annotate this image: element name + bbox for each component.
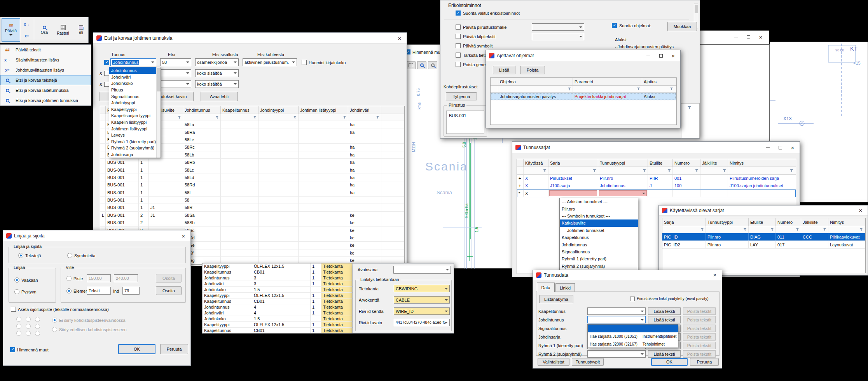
- filter-icon[interactable]: [667, 169, 671, 172]
- arvokentta-combo[interactable]: CABLE: [394, 296, 450, 304]
- himmenna-checkbox[interactable]: [10, 347, 15, 352]
- update-form-combo[interactable]: [532, 23, 584, 31]
- cell-kaapelitunnus[interactable]: [221, 166, 258, 173]
- teksteja-radio[interactable]: [18, 253, 23, 258]
- cell-johdintyyppi[interactable]: [258, 219, 299, 226]
- cell-johdintunnus[interactable]: 58Rc: [183, 144, 221, 151]
- cell-jalkiliite[interactable]: [700, 182, 728, 189]
- cell-kaapelitunnus[interactable]: [221, 249, 258, 256]
- wire-table-row[interactable]: BUS-001 1 58: [100, 197, 404, 204]
- cell-lisatyyppi[interactable]: [299, 197, 348, 204]
- etsi-combo[interactable]: 58: [160, 58, 191, 66]
- property-row[interactable]: Johdinkoko 1.5 Tietokanta: [203, 287, 353, 293]
- dropdown-item[interactable]: Hae sarjasta J1000 (J1051) Instrumenttij…: [588, 332, 678, 340]
- poista-tekstit-button[interactable]: Poista tekstit: [683, 350, 716, 358]
- drawing-list-item[interactable]: BUS-001: [449, 113, 466, 118]
- cell-jalkiliite[interactable]: [700, 190, 728, 197]
- cell-johdinvari[interactable]: ha: [348, 144, 381, 151]
- cell-count[interactable]: 1: [139, 166, 149, 173]
- cell-sarja[interactable]: Piirustukset: [548, 175, 598, 182]
- lisaa-teksti-button[interactable]: Lisää teksti: [648, 350, 681, 358]
- header-tunnustyyppi[interactable]: Tunnustyyppi: [706, 218, 749, 226]
- cell-count[interactable]: 1: [139, 174, 149, 181]
- menu-item-etsi-laitetunnukset[interactable]: Etsi ja korvaa laitetunnuksia: [0, 85, 91, 95]
- cell-johdinvari[interactable]: ke: [348, 249, 381, 256]
- cell-property-name[interactable]: Johdinkoko: [203, 287, 252, 292]
- cell-tunnustyyppi[interactable]: Piir.nro: [706, 233, 749, 241]
- cell-numero[interactable]: 001: [673, 175, 700, 182]
- cell-sarja[interactable]: PIC_ID: [662, 233, 706, 241]
- osoita-elementti-button[interactable]: Osoita: [156, 286, 182, 295]
- property-row[interactable]: Johdintunnus 4 1 Tietokanta: [203, 304, 353, 310]
- dropdown-scrollbar[interactable]: [156, 67, 161, 158]
- peruuta-button[interactable]: Peruuta: [690, 358, 719, 366]
- header-nimitys[interactable]: Nimitys: [828, 218, 865, 226]
- cell-property-value[interactable]: ÖLFLEX 12x1.5: [252, 322, 311, 327]
- tietokanta-combo[interactable]: CBWIRING: [394, 285, 450, 292]
- cell-lisatyyppi[interactable]: [299, 249, 348, 256]
- dropdown-item[interactable]: Kaapelisuojan tyyppi: [109, 112, 157, 119]
- cell-property-value[interactable]: 3: [252, 281, 311, 286]
- dropdown-item[interactable]: Johtimen lisätyyppi: [109, 125, 157, 132]
- cell-kaapelitunnus[interactable]: [221, 204, 258, 211]
- cell-johdinvari[interactable]: ha: [348, 151, 381, 158]
- toolbar-ali-button[interactable]: Ali: [73, 18, 88, 42]
- dropdown-item[interactable]: Johdinkoko: [109, 80, 157, 87]
- cell-kaapelitunnus[interactable]: [221, 212, 258, 219]
- cell-kaytossa[interactable]: X: [524, 190, 548, 197]
- cell-numero[interactable]: 011: [776, 233, 801, 241]
- cell-johdintyyppi[interactable]: [258, 151, 299, 158]
- filter-icon[interactable]: [670, 88, 673, 91]
- wire-table-row[interactable]: BUS-001 1 58Lc ha: [100, 166, 404, 174]
- property-row[interactable]: Johdinkoko 1.5 Tietokanta: [203, 316, 353, 322]
- cell-johdintyyppi[interactable]: [258, 204, 299, 211]
- titlebar[interactable]: Käytettävissä olevat sarjat: [659, 205, 868, 216]
- tunnustyypit-button[interactable]: Tunnustyypit: [572, 358, 604, 366]
- cell-johdintyyppi[interactable]: [258, 249, 299, 256]
- cell-johdintyyppi[interactable]: [258, 234, 299, 241]
- close-icon[interactable]: [755, 33, 767, 41]
- cell-property-name[interactable]: Kaapelityyppi: [203, 322, 252, 327]
- header-numero[interactable]: Numero: [776, 218, 801, 226]
- cell-kaapelitunnus[interactable]: [221, 242, 258, 249]
- cell-property-name[interactable]: Kaapelityyppi: [203, 263, 252, 269]
- filter-icon[interactable]: [723, 169, 726, 172]
- wire-table-row[interactable]: BUS-001 1 58Rb ha: [100, 159, 404, 166]
- filter-icon[interactable]: [688, 106, 691, 109]
- cell-piirustus[interactable]: BUS-001: [106, 189, 139, 196]
- dropdown-item[interactable]: --- Arkiston tunnukset ---: [560, 198, 638, 205]
- drawing-list[interactable]: BUS-001: [446, 111, 484, 134]
- pystyyn-radio[interactable]: [14, 289, 19, 294]
- dropdown-item[interactable]: --- Symbolin tunnukset ---: [560, 212, 638, 219]
- property-row[interactable]: Kaapelityyppi ÖLFLEX 12x1.5 1 Tietokanta: [203, 293, 353, 298]
- cell-katkaisuviite[interactable]: [149, 189, 183, 196]
- header-jalkiliite[interactable]: Jälkiliite: [801, 218, 828, 226]
- sisallosta-combo-2[interactable]: koko sisältöä: [195, 69, 239, 77]
- osoita-piste-button[interactable]: Osoita: [156, 274, 182, 283]
- cell-property-name[interactable]: Kaapelitunnus: [203, 328, 252, 333]
- cell-etuliite[interactable]: DIAG: [749, 233, 776, 241]
- cell-lisatyyppi[interactable]: [299, 234, 348, 241]
- cell-johdinvari[interactable]: ha: [348, 174, 381, 181]
- cell-nimitys[interactable]: J100-sarjan johdintunnukset: [728, 182, 795, 189]
- cell-johdintyyppi[interactable]: [258, 144, 299, 151]
- vaakaan-radio[interactable]: [14, 277, 19, 283]
- valintalistat-button[interactable]: Valintalistat: [538, 358, 569, 366]
- cell-johdinvari[interactable]: ke: [348, 242, 381, 249]
- dropdown-item[interactable]: Piir.nro: [560, 205, 638, 212]
- anchor-radio[interactable]: [26, 331, 31, 336]
- update-plate-combo[interactable]: [532, 33, 584, 40]
- cell-jalkiliite[interactable]: CCC: [801, 233, 828, 241]
- cell-parametri[interactable]: Projektin kaikki johdinsarjat: [573, 93, 642, 100]
- cell-kaapelitunnus[interactable]: [221, 159, 258, 166]
- menu-item-etsi-tekstit[interactable]: Etsi ja korvaa tekstejä: [0, 75, 91, 85]
- series-edit-row[interactable]: * X: [517, 190, 796, 197]
- cell-sarja-input[interactable]: [548, 190, 598, 197]
- cell-jalkiliite[interactable]: [700, 175, 728, 182]
- dropdown-item[interactable]: Signaalitunnus: [109, 93, 157, 100]
- tyhjenna-button[interactable]: Tyhjennä: [446, 92, 477, 100]
- cell-lisatyyppi[interactable]: [299, 226, 348, 234]
- y-field[interactable]: 240.00: [114, 274, 138, 282]
- cell-property-value[interactable]: CB01: [252, 269, 311, 275]
- cell-kaapelitunnus[interactable]: [221, 226, 258, 234]
